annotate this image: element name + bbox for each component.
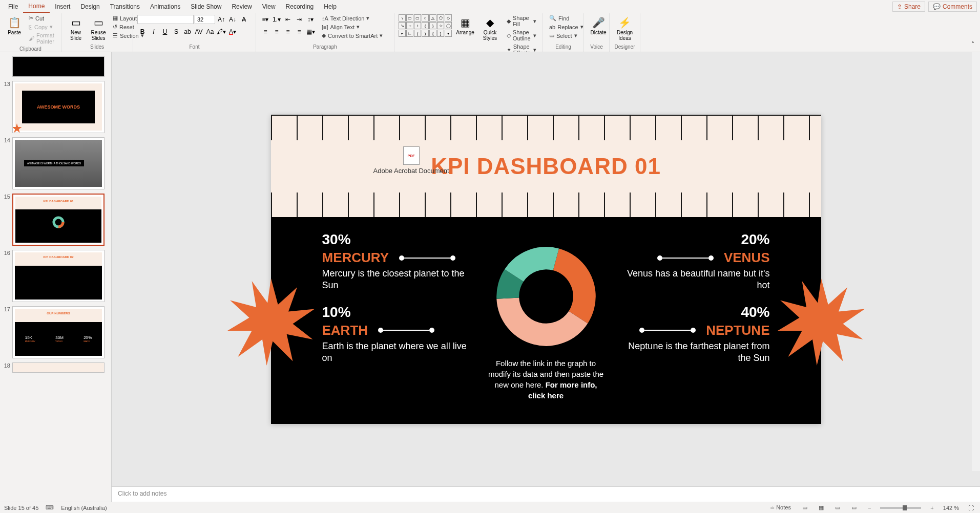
tab-transitions[interactable]: Transitions (105, 1, 145, 12)
tab-file[interactable]: File (3, 1, 23, 12)
tab-view[interactable]: View (257, 1, 281, 12)
font-size-input[interactable] (195, 15, 215, 24)
kpi-earth[interactable]: 10% EARTH Earth is the planet where we a… (322, 304, 476, 365)
thumbnail[interactable]: KPI DASHBOARD 01 (12, 194, 105, 246)
slide-canvas[interactable]: KPI DASHBOARD 01 Adobe Acrobat Document … (271, 115, 821, 424)
thumbnail[interactable]: OUR NUMBERS 15KMERCURY 30MVENUS 25%MARS (12, 306, 105, 358)
thumbnail-17[interactable]: 17 OUR NUMBERS 15KMERCURY 30MVENUS 25%MA… (0, 304, 111, 360)
shadow-button[interactable]: ab (182, 27, 193, 37)
align-text-button[interactable]: [≡]Align Text ▾ (320, 23, 385, 31)
thumbnail[interactable] (12, 56, 105, 77)
cut-button[interactable]: ✂Cut (27, 14, 57, 22)
collapse-ribbon-button[interactable]: ˄ (968, 39, 978, 50)
quick-styles-button[interactable]: ◆ Quick Styles (478, 14, 502, 42)
kpi-neptune[interactable]: 40% NEPTUNE Neptune is the farthest plan… (616, 304, 770, 365)
copy-button[interactable]: ⎘Copy ▾ (27, 23, 57, 31)
accessibility-icon[interactable]: ⌨ (46, 504, 54, 511)
shrink-font-button[interactable]: A↓ (227, 14, 238, 25)
thumbnail-13[interactable]: 13 AWESOME WORDS (0, 79, 111, 135)
numbering-button[interactable]: 1.▾ (272, 14, 282, 25)
shape-outline-button[interactable]: ◇Shape Outline ▾ (505, 29, 538, 42)
italic-button[interactable]: I (149, 27, 159, 37)
tab-animations[interactable]: Animations (145, 1, 185, 12)
thumbnail[interactable]: KPI DASHBOARD 02 (12, 250, 105, 302)
normal-view-button[interactable]: ▭ (800, 504, 809, 511)
tab-home[interactable]: Home (23, 1, 50, 13)
paste-button[interactable]: 📋 Paste (4, 14, 25, 36)
group-label: Clipboard (4, 45, 57, 53)
notes-pane[interactable]: Click to add notes (112, 486, 980, 502)
strike-button[interactable]: S (171, 27, 181, 37)
tab-review[interactable]: Review (226, 1, 257, 12)
reuse-slides-button[interactable]: ▭ Reuse Slides (88, 14, 109, 42)
thumbnail[interactable]: AN IMAGE IS WORTH A THOUSAND WORDS (12, 137, 105, 189)
share-button[interactable]: ⇪Share (892, 2, 925, 12)
slideshow-view-button[interactable]: ▭ (849, 504, 859, 511)
fit-window-button[interactable]: ⛶ (966, 505, 976, 511)
font-color-button[interactable]: A▾ (227, 27, 238, 37)
align-left-button[interactable]: ≡ (260, 27, 270, 37)
find-button[interactable]: 🔍Find (547, 14, 586, 22)
tab-help[interactable]: Help (319, 1, 342, 12)
case-button[interactable]: Aa (205, 27, 215, 37)
thumbnail-14[interactable]: 14 AN IMAGE IS WORTH A THOUSAND WORDS (0, 135, 111, 191)
underline-button[interactable]: U (160, 27, 170, 37)
language-indicator[interactable]: English (Australia) (61, 505, 107, 511)
slide-thumbnails-panel[interactable]: 13 AWESOME WORDS 14 AN IMAGE IS WORTH A … (0, 52, 112, 502)
sorter-view-button[interactable]: ▦ (817, 504, 826, 511)
design-ideas-button[interactable]: ⚡ Design Ideas (614, 14, 636, 42)
columns-button[interactable]: ▦▾ (305, 27, 316, 37)
grow-font-button[interactable]: A↑ (216, 14, 226, 25)
align-center-button[interactable]: ≡ (272, 27, 282, 37)
indent-dec-button[interactable]: ⇤ (283, 14, 293, 25)
align-right-button[interactable]: ≡ (283, 27, 293, 37)
donut-chart[interactable] (490, 240, 602, 353)
text-direction-button[interactable]: ↕AText Direction ▾ (320, 14, 385, 22)
notes-toggle[interactable]: ≐ Notes (768, 504, 793, 511)
thumbnail-15[interactable]: 15 KPI DASHBOARD 01 (0, 191, 111, 248)
kpi-mercury[interactable]: 30% MERCURY Mercury is the closest plane… (322, 231, 476, 292)
kpi-venus[interactable]: 20% VENUS Venus has a beautiful name but… (616, 231, 770, 292)
select-button[interactable]: ▭Select ▾ (547, 32, 586, 39)
bullets-button[interactable]: ≡▾ (260, 14, 270, 25)
replace-button[interactable]: abReplace ▾ (547, 23, 586, 31)
line-spacing-button[interactable]: ↕▾ (305, 14, 316, 25)
thumbnail-16[interactable]: 16 KPI DASHBOARD 02 (0, 248, 111, 304)
format-painter-button[interactable]: 🖌Format Painter (27, 32, 57, 45)
clear-format-button[interactable]: A̶ (239, 14, 249, 25)
shapes-gallery[interactable]: \▭▭○△⬠◇ ↘↔↕{}☆◯ ⌐∟(){}▾ (399, 14, 452, 37)
comments-button[interactable]: 💬Comments (928, 2, 977, 12)
tab-slideshow[interactable]: Slide Show (185, 1, 226, 12)
tab-design[interactable]: Design (75, 1, 105, 12)
convert-smartart-button[interactable]: ◆Convert to SmartArt ▾ (320, 32, 385, 39)
zoom-level[interactable]: 142 % (943, 505, 959, 511)
kpi-percent: 10% (322, 304, 476, 320)
reading-view-button[interactable]: ▭ (833, 504, 842, 511)
vertical-scrollbar[interactable] (972, 52, 980, 471)
zoom-slider[interactable] (880, 507, 921, 509)
thumbnail[interactable] (12, 362, 105, 373)
highlight-button[interactable]: 🖍▾ (216, 27, 226, 37)
group-label: Paragraph (260, 43, 390, 51)
zoom-in-button[interactable]: + (928, 505, 935, 511)
embedded-pdf-object[interactable]: Adobe Acrobat Document (373, 146, 449, 175)
arrange-button[interactable]: ▦ Arrange (455, 14, 475, 36)
dictate-button[interactable]: 🎤 Dictate (588, 14, 609, 36)
justify-button[interactable]: ≡ (294, 27, 304, 37)
thumbnail-partial[interactable] (0, 54, 111, 79)
thumbnail-18[interactable]: 18 (0, 360, 111, 375)
new-slide-button[interactable]: ▭ New Slide (66, 14, 86, 42)
spacing-button[interactable]: AV (194, 27, 204, 37)
font-name-input[interactable] (137, 15, 194, 24)
shape-fill-button[interactable]: ◆Shape Fill ▾ (505, 14, 538, 28)
thumbnail[interactable]: AWESOME WORDS (12, 81, 105, 133)
indent-inc-button[interactable]: ⇥ (294, 14, 304, 25)
chart-instruction-text[interactable]: Follow the link in the graph to modify i… (486, 358, 606, 401)
tab-recording[interactable]: Recording (281, 1, 319, 12)
zoom-out-button[interactable]: − (866, 505, 873, 511)
slide-title[interactable]: KPI DASHBOARD 01 (431, 154, 661, 179)
bold-button[interactable]: B (137, 27, 148, 37)
replace-icon: ab (549, 24, 555, 30)
donut-icon (52, 216, 65, 229)
tab-insert[interactable]: Insert (50, 1, 75, 12)
